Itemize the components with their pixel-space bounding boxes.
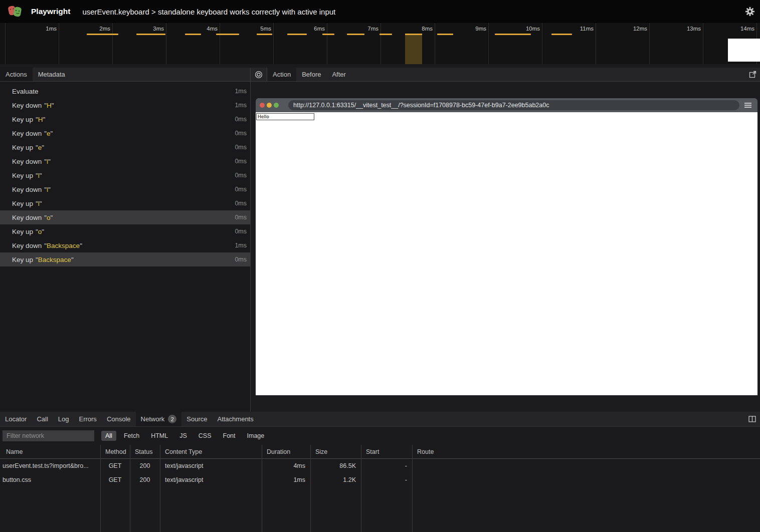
timeline-gridline	[327, 23, 327, 64]
filter-chip[interactable]: All	[101, 431, 116, 441]
snapshot-area: http://127.0.0.1:63315/__vitest_test__/?…	[251, 82, 760, 412]
traffic-light-green-icon	[274, 103, 279, 108]
tab[interactable]: Console	[102, 412, 136, 426]
timeline-action-bar	[257, 34, 272, 35]
playwright-logo-icon	[8, 5, 22, 18]
tab[interactable]: Network 2	[136, 412, 182, 426]
action-label: Key up	[12, 144, 33, 151]
column-divider	[310, 445, 311, 532]
action-label: Key down	[12, 214, 42, 221]
toggle-columns-button[interactable]	[748, 416, 756, 422]
cell-method: GET	[100, 476, 130, 483]
column-header-content-type: Content Type	[160, 448, 262, 455]
filter-network-input[interactable]	[3, 430, 94, 441]
filter-chip[interactable]: Image	[243, 431, 269, 441]
tab-after[interactable]: After	[326, 68, 351, 81]
action-label: Key down	[12, 158, 42, 165]
column-divider	[160, 445, 160, 532]
action-row[interactable]: Key down "H" 1ms	[0, 98, 250, 112]
action-row[interactable]: Key down "e" 0ms	[0, 126, 250, 140]
timeline-gridline	[596, 23, 596, 64]
action-row[interactable]: Key up "H" 0ms	[0, 112, 250, 126]
details-tabbar: Locator Call Log Errors Console Network	[0, 412, 760, 427]
action-list: Evaluate "" 1ms Key down "H" 1ms Key up …	[0, 82, 250, 412]
timeline-tick-label: 8ms	[403, 26, 433, 32]
filter-chip[interactable]: JS	[175, 431, 191, 441]
timeline-action-bar	[322, 34, 334, 35]
cell-duration: 4ms	[262, 462, 310, 469]
action-key-value: "l"	[44, 186, 51, 193]
pick-locator-button[interactable]	[251, 68, 267, 81]
action-duration: 1ms	[235, 242, 247, 249]
network-toolbar: All Fetch HTML JS CSS Font Image	[0, 427, 760, 445]
network-request-row[interactable]: userEvent.test.ts?import&bro...GET200tex…	[0, 459, 760, 473]
open-snapshot-button[interactable]	[749, 68, 756, 81]
network-table: NameMethodStatusContent TypeDurationSize…	[0, 445, 760, 532]
tab[interactable]: Source	[181, 412, 212, 426]
timeline-action-bar	[437, 34, 453, 35]
tab[interactable]: Attachments	[212, 412, 258, 426]
tab[interactable]: Metadata	[33, 68, 71, 81]
tab[interactable]: Errors	[74, 412, 101, 426]
actions-panel: Actions Metadata Evaluate "" 1ms Key dow…	[0, 68, 250, 412]
action-row[interactable]: Key up "l" 0ms	[0, 168, 250, 182]
timeline[interactable]: 1ms2ms3ms4ms5ms6ms7ms8ms9ms10ms11ms12ms1…	[0, 23, 760, 64]
app-title: Playwright	[31, 7, 70, 16]
timeline-action-bar	[551, 34, 572, 35]
tab-label: Attachments	[217, 415, 253, 423]
tab-action[interactable]: Action	[267, 68, 296, 81]
filter-chip[interactable]: CSS	[195, 431, 216, 441]
tab-label: Action	[273, 71, 291, 78]
action-row[interactable]: Key up "o" 0ms	[0, 224, 250, 238]
network-request-row[interactable]: button.cssGET200text/javascript1ms1.2K-	[0, 473, 760, 487]
tab-label: Before	[302, 71, 321, 78]
timeline-gridline	[5, 23, 6, 64]
cell-content-type: text/javascript	[160, 476, 262, 483]
action-label: Key up	[12, 256, 33, 263]
column-divider	[412, 445, 413, 532]
network-table-header: NameMethodStatusContent TypeDurationSize…	[0, 445, 760, 459]
action-row[interactable]: Key up "e" 0ms	[0, 140, 250, 154]
snapshot-browser: http://127.0.0.1:63315/__vitest_test__/?…	[256, 98, 757, 395]
column-divider	[361, 445, 361, 532]
cell-status: 200	[130, 476, 160, 483]
timeline-gridline	[703, 23, 703, 64]
settings-button[interactable]	[745, 7, 755, 17]
tab[interactable]: Call	[32, 412, 53, 426]
action-row[interactable]: Key up "l" 0ms	[0, 196, 250, 210]
column-divider	[130, 445, 130, 532]
action-key-value: "e"	[44, 130, 53, 137]
tab[interactable]: Actions	[0, 68, 33, 81]
timeline-gridline	[112, 23, 113, 64]
timeline-screenshot-thumbnail[interactable]	[728, 39, 760, 62]
action-duration: 0ms	[235, 172, 247, 179]
filter-chip[interactable]: Font	[219, 431, 240, 441]
action-key-value: "H"	[36, 116, 45, 123]
action-row[interactable]: Key down "o" 0ms	[0, 210, 250, 224]
tab-before[interactable]: Before	[296, 68, 326, 81]
action-row[interactable]: Evaluate "" 1ms	[0, 84, 250, 98]
filter-chip[interactable]: HTML	[147, 431, 172, 441]
cell-start: -	[361, 462, 412, 469]
network-count-badge: 2	[168, 415, 176, 423]
filter-chip[interactable]: Fetch	[120, 431, 143, 441]
action-row[interactable]: Key down "l" 0ms	[0, 182, 250, 196]
tab[interactable]: Locator	[0, 412, 32, 426]
action-row[interactable]: Key up "Backspace" 0ms	[0, 252, 250, 267]
cell-size: 86.5K	[310, 462, 361, 469]
column-divider	[262, 445, 262, 532]
action-row[interactable]: Key down "l" 0ms	[0, 154, 250, 168]
menu-icon	[744, 102, 752, 108]
external-link-icon	[749, 71, 756, 78]
tab-label: Errors	[79, 415, 96, 423]
action-row[interactable]: Key down "Backspace" 1ms	[0, 238, 250, 252]
hello-text-input[interactable]	[256, 113, 314, 120]
cell-name: userEvent.test.ts?import&bro...	[0, 462, 100, 469]
cell-name: button.css	[0, 476, 100, 483]
timeline-tick-label: 2ms	[80, 26, 110, 32]
action-key-value: "l"	[36, 200, 42, 207]
cell-method: GET	[100, 462, 130, 469]
tab[interactable]: Log	[53, 412, 74, 426]
timeline-selected-range[interactable]	[405, 34, 422, 64]
timeline-gridline	[488, 23, 489, 64]
